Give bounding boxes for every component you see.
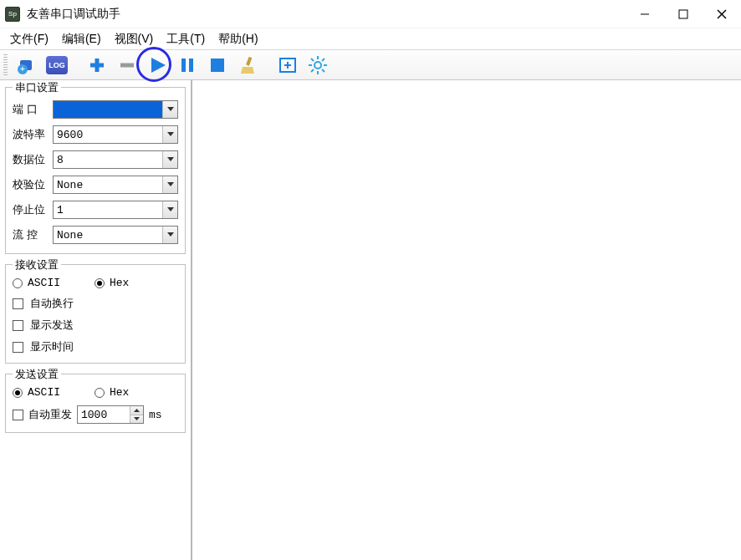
combo-stop[interactable]: 1	[53, 201, 178, 219]
minimize-button[interactable]	[626, 0, 664, 28]
check-showsend[interactable]: 显示发送	[13, 318, 178, 333]
minus-button[interactable]	[115, 53, 140, 78]
play-button[interactable]	[145, 53, 170, 78]
radio-recv-hex[interactable]: Hex	[95, 277, 170, 289]
radio-icon	[95, 278, 105, 288]
chevron-down-icon	[162, 201, 177, 218]
radio-recv-ascii[interactable]: ASCII	[13, 277, 88, 289]
menu-help[interactable]: 帮助(H)	[212, 29, 264, 49]
settings-button[interactable]	[305, 53, 330, 78]
radio-send-hex[interactable]: Hex	[95, 386, 170, 399]
output-area[interactable]	[192, 84, 741, 560]
svg-marker-31	[167, 207, 174, 211]
clear-button[interactable]	[235, 53, 260, 78]
checkbox-icon	[13, 320, 23, 331]
combo-baud[interactable]: 9600	[53, 125, 178, 144]
label-port: 端 口	[13, 102, 53, 117]
new-port-button[interactable]: +	[14, 53, 39, 78]
menu-tools[interactable]: 工具(T)	[160, 29, 212, 49]
menubar: 文件(F) 编辑(E) 视图(V) 工具(T) 帮助(H)	[0, 28, 741, 50]
radio-send-ascii[interactable]: ASCII	[13, 386, 88, 399]
svg-line-25	[311, 69, 314, 72]
combo-parity[interactable]: None	[53, 176, 178, 194]
svg-marker-27	[167, 107, 174, 111]
check-wrap[interactable]: 自动换行	[13, 296, 178, 311]
svg-line-24	[322, 69, 325, 72]
add-tab-button[interactable]	[275, 53, 300, 78]
group-recv-settings: 接收设置 ASCII Hex 自动换行 显示发送	[5, 264, 186, 364]
menu-edit[interactable]: 编辑(E)	[55, 29, 108, 49]
toolbar-grip	[3, 54, 8, 76]
maximize-button[interactable]	[664, 0, 703, 28]
svg-point-18	[314, 62, 321, 69]
svg-marker-10	[151, 58, 166, 73]
svg-rect-11	[181, 59, 186, 72]
label-databits: 数据位	[13, 152, 53, 167]
window-title: 友善串口调试助手	[27, 7, 120, 22]
checkbox-icon	[13, 298, 23, 309]
close-button[interactable]	[703, 0, 741, 28]
legend-recv: 接收设置	[13, 257, 61, 272]
check-auto-resend[interactable]	[13, 410, 23, 420]
chevron-down-icon	[162, 176, 177, 193]
stop-button[interactable]	[205, 53, 230, 78]
svg-marker-32	[167, 232, 174, 237]
label-ms: ms	[149, 409, 162, 421]
chevron-down-icon	[162, 227, 177, 243]
left-panel: 串口设置 端 口 波特率 9600 数据位 8	[0, 80, 192, 560]
app-icon: Sp	[5, 7, 20, 22]
svg-marker-34	[134, 417, 140, 420]
chevron-down-icon	[162, 126, 177, 143]
svg-rect-12	[189, 59, 193, 72]
svg-marker-33	[134, 409, 140, 412]
chevron-down-icon	[162, 151, 177, 168]
group-serial-settings: 串口设置 端 口 波特率 9600 数据位 8	[5, 87, 186, 254]
label-baud: 波特率	[13, 127, 53, 142]
label-auto-resend: 自动重发	[28, 407, 72, 422]
combo-flow[interactable]: None	[53, 226, 178, 244]
log-button[interactable]: LOG	[44, 53, 69, 78]
radio-icon	[95, 388, 105, 398]
svg-line-23	[311, 59, 314, 61]
legend-send: 发送设置	[13, 367, 61, 382]
label-stop: 停止位	[13, 202, 53, 217]
plus-button[interactable]	[84, 53, 110, 78]
svg-marker-28	[167, 132, 174, 136]
label-flow: 流 控	[13, 227, 53, 242]
radio-icon	[13, 388, 23, 398]
combo-port[interactable]	[53, 100, 178, 119]
svg-rect-14	[246, 56, 252, 65]
svg-marker-30	[167, 182, 174, 186]
svg-rect-13	[211, 59, 224, 72]
combo-databits[interactable]: 8	[53, 150, 178, 169]
spin-interval[interactable]: 1000	[77, 405, 144, 424]
label-parity: 校验位	[13, 177, 53, 192]
svg-line-26	[322, 59, 325, 61]
check-showtime[interactable]: 显示时间	[13, 339, 178, 354]
spinner-arrows-icon	[130, 406, 143, 423]
checkbox-icon	[13, 342, 23, 353]
pause-button[interactable]	[175, 53, 200, 78]
menu-view[interactable]: 视图(V)	[108, 29, 161, 49]
group-send-settings: 发送设置 ASCII Hex 自动重发 1000	[5, 374, 186, 433]
svg-marker-29	[167, 157, 174, 161]
chevron-down-icon	[162, 101, 177, 118]
titlebar: Sp 友善串口调试助手	[0, 0, 741, 28]
radio-icon	[13, 278, 23, 288]
legend-serial: 串口设置	[13, 80, 61, 95]
svg-text:+: +	[20, 64, 25, 74]
toolbar: + LOG	[0, 50, 741, 80]
menu-file[interactable]: 文件(F)	[3, 29, 55, 49]
svg-rect-1	[679, 10, 687, 18]
